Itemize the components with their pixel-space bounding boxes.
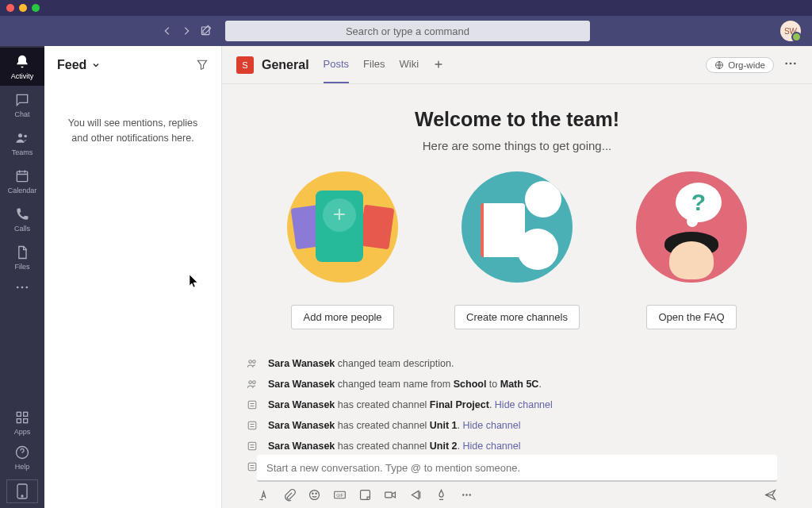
app-header: Search or type a command SW	[0, 16, 812, 46]
sticker-icon[interactable]	[358, 488, 372, 502]
compose-input[interactable]: Start a new conversation. Type @ to ment…	[257, 455, 777, 482]
svg-rect-23	[248, 421, 256, 429]
create-channels-illustration	[462, 171, 573, 283]
calendar-icon	[14, 168, 30, 184]
compose-button[interactable]	[200, 24, 213, 39]
welcome-subtitle: Here are some things to get going...	[246, 139, 788, 152]
hide-channel-link[interactable]: Hide channel	[463, 441, 521, 452]
scope-pill[interactable]: Org-wide	[706, 57, 774, 73]
log-row: Sara Wanasek changed team name from Scho…	[246, 374, 788, 394]
rail-files[interactable]: Files	[0, 238, 44, 276]
svg-point-6	[26, 287, 29, 289]
chat-icon	[14, 92, 30, 108]
rail-help[interactable]: Help	[0, 440, 44, 475]
gif-icon[interactable]: GIF	[333, 488, 347, 502]
hide-channel-link[interactable]: Hide channel	[463, 420, 521, 431]
compose-placeholder: Start a new conversation. Type @ to ment…	[266, 462, 520, 474]
welcome-block: Welcome to the team! Here are some thing…	[246, 108, 788, 329]
add-people-button[interactable]: Add more people	[291, 305, 393, 329]
svg-point-28	[316, 493, 316, 494]
nav-buttons	[162, 25, 192, 37]
tab-add[interactable]	[433, 46, 444, 83]
globe-icon	[714, 60, 724, 70]
device-icon	[17, 483, 28, 499]
phone-icon	[14, 206, 30, 222]
chevron-down-icon	[91, 60, 101, 70]
tab-files[interactable]: Files	[363, 46, 385, 83]
rail-device[interactable]	[6, 479, 38, 503]
svg-point-15	[785, 63, 787, 65]
channel-overflow[interactable]	[783, 56, 798, 73]
emoji-icon[interactable]	[308, 488, 321, 502]
svg-rect-32	[385, 492, 393, 498]
svg-point-27	[312, 493, 313, 494]
svg-rect-10	[24, 418, 28, 422]
rail-apps[interactable]: Apps	[0, 405, 44, 440]
feed-panel: Feed You will see mentions, replies and …	[44, 46, 222, 508]
svg-rect-12	[17, 484, 27, 498]
svg-point-16	[790, 63, 792, 65]
log-row: Sara Wanasek changed team description.	[246, 353, 788, 374]
help-icon	[14, 444, 30, 460]
back-icon[interactable]	[162, 25, 173, 37]
search-input[interactable]: Search or type a command	[225, 21, 590, 41]
praise-icon[interactable]	[435, 488, 448, 502]
welcome-title: Welcome to the team!	[246, 108, 788, 131]
svg-rect-3	[17, 171, 27, 182]
filter-button[interactable]	[196, 58, 209, 73]
svg-rect-24	[248, 442, 256, 450]
minimize-window-icon[interactable]	[19, 4, 27, 12]
compose-more-icon[interactable]	[460, 488, 473, 502]
hide-channel-link[interactable]: Hide channel	[495, 399, 553, 410]
stream-icon[interactable]	[409, 488, 423, 502]
feed-empty-state: You will see mentions, replies and other…	[44, 84, 221, 178]
svg-rect-8	[24, 412, 28, 416]
rail-calendar[interactable]: Calendar	[0, 162, 44, 200]
close-window-icon[interactable]	[6, 4, 14, 12]
tab-posts[interactable]: Posts	[324, 46, 350, 83]
attach-icon[interactable]	[282, 488, 296, 502]
channel-tabs: Posts Files Wiki	[324, 46, 445, 83]
apps-icon	[14, 410, 30, 425]
team-tile[interactable]: S	[236, 56, 254, 74]
files-icon	[14, 244, 30, 260]
svg-point-5	[21, 287, 24, 289]
more-icon	[14, 279, 30, 295]
profile-avatar[interactable]: SW	[780, 21, 801, 41]
channel-name: General	[262, 58, 309, 72]
rail-calls[interactable]: Calls	[0, 200, 44, 238]
more-icon	[783, 56, 798, 71]
rail-more[interactable]	[14, 279, 30, 298]
svg-point-2	[24, 134, 27, 137]
svg-point-26	[310, 491, 320, 500]
create-channels-button[interactable]: Create more channels	[454, 305, 580, 329]
meet-icon[interactable]	[384, 488, 397, 502]
svg-rect-31	[361, 491, 370, 500]
log-row: Sara Wanasek has created channel Unit 2.…	[246, 436, 788, 456]
open-faq-button[interactable]: Open the FAQ	[646, 305, 736, 329]
svg-point-20	[249, 381, 252, 384]
log-row: Sara Wanasek has created channel Final P…	[246, 394, 788, 415]
bell-icon	[14, 54, 30, 70]
tab-wiki[interactable]: Wiki	[400, 46, 419, 83]
svg-point-35	[469, 494, 471, 495]
svg-point-1	[18, 133, 22, 137]
svg-rect-22	[248, 401, 256, 409]
forward-icon[interactable]	[181, 25, 192, 37]
format-icon[interactable]	[257, 488, 270, 502]
titlebar	[0, 0, 812, 16]
channel-main: S General Posts Files Wiki Org-wide	[222, 46, 812, 508]
feed-dropdown[interactable]: Feed	[57, 58, 101, 72]
svg-point-34	[465, 494, 467, 495]
composer: Start a new conversation. Type @ to ment…	[222, 455, 812, 508]
maximize-window-icon[interactable]	[32, 4, 40, 12]
search-placeholder: Search or type a command	[346, 25, 469, 37]
rail-activity[interactable]: Activity	[0, 48, 44, 86]
svg-point-17	[794, 63, 796, 65]
funnel-icon	[196, 58, 209, 71]
rail-chat[interactable]: Chat	[0, 86, 44, 124]
rail-teams[interactable]: Teams	[0, 124, 44, 162]
plus-icon	[433, 59, 444, 70]
svg-point-19	[253, 360, 256, 364]
send-icon[interactable]	[764, 488, 777, 502]
